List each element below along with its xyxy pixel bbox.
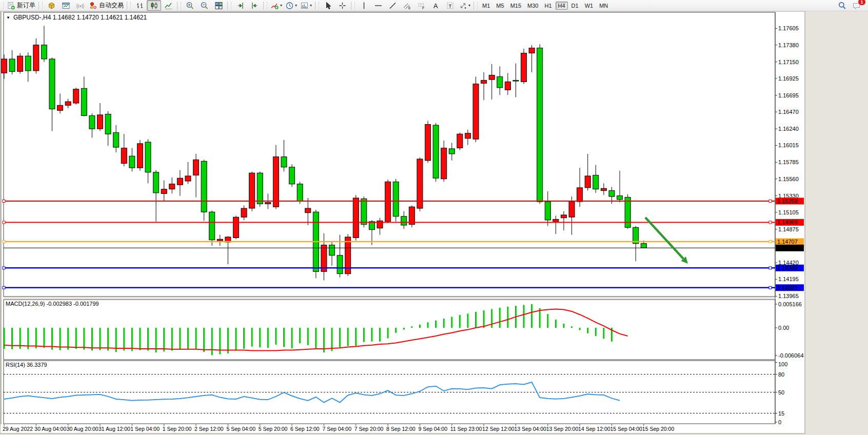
toolbar-drag-handle[interactable] <box>477 2 478 10</box>
timeframe-h1-button[interactable]: H1 <box>542 2 554 10</box>
candle-body <box>105 114 111 134</box>
candle-body <box>401 216 407 225</box>
candle-body <box>609 191 615 197</box>
line-handle[interactable] <box>769 267 772 269</box>
price-tick-label: 1.17605 <box>778 25 799 31</box>
auto-trading-button[interactable]: 自动交易 <box>87 0 125 11</box>
chat-button[interactable]: 1 <box>849 0 863 11</box>
line-chart-button[interactable] <box>161 0 175 11</box>
templates-button[interactable]: ▾ <box>299 0 313 11</box>
chart-shift-button[interactable] <box>247 0 262 11</box>
timeframe-h4-button[interactable]: H4 <box>556 2 568 10</box>
dropdown-arrow-icon[interactable]: ▾ <box>280 3 282 8</box>
timeframe-w1-button[interactable]: W1 <box>582 2 596 10</box>
text-label-button[interactable]: T <box>443 0 457 11</box>
toolbar-drag-handle[interactable] <box>230 2 232 10</box>
candle-body <box>529 48 535 53</box>
candle-body <box>65 102 71 105</box>
equidistant-channel-button[interactable]: E <box>400 0 414 11</box>
indicator-add-icon <box>270 2 279 10</box>
candle-body <box>281 157 287 167</box>
time-tick-label: 1 Sep 20:00 <box>163 426 192 432</box>
line-handle[interactable] <box>3 267 5 269</box>
line-handle[interactable] <box>3 200 5 203</box>
cursor-button[interactable] <box>321 0 335 11</box>
price-level-badge-label: 1.14081 <box>777 285 798 291</box>
svg-text:F: F <box>422 6 424 10</box>
new-order-button[interactable]: 新订单 <box>5 0 37 11</box>
timeframe-m1-button[interactable]: M1 <box>480 2 492 10</box>
arrows-button[interactable]: ▾ <box>457 0 472 11</box>
signals-button[interactable] <box>73 0 87 11</box>
dropdown-arrow-icon[interactable]: ▾ <box>310 3 312 8</box>
toolbar-drag-handle[interactable] <box>354 2 356 10</box>
timeframe-mn-button[interactable]: MN <box>597 2 610 10</box>
line-handle[interactable] <box>3 221 5 224</box>
line-handle[interactable] <box>3 241 5 243</box>
auto-scroll-button[interactable] <box>233 0 247 11</box>
horizontal-line-button[interactable] <box>371 0 385 11</box>
new-chart-button[interactable] <box>58 0 73 11</box>
candle-body <box>449 149 455 154</box>
candle-body <box>89 115 95 129</box>
price-tick-label: 1.16470 <box>778 109 799 115</box>
price-plot-area[interactable] <box>4 12 775 296</box>
horizontal-line-icon <box>374 2 383 10</box>
search-button[interactable] <box>835 0 849 11</box>
timeframe-m30-button[interactable]: M30 <box>525 2 541 10</box>
indicators-button[interactable]: ▾ <box>269 0 284 11</box>
price-tick-label: 1.16925 <box>778 75 799 82</box>
line-handle[interactable] <box>769 286 772 289</box>
toolbar-drag-handle[interactable] <box>266 2 268 10</box>
line-handle[interactable] <box>3 286 5 289</box>
timeframe-m5-button[interactable]: M5 <box>494 2 506 10</box>
price-tick-label: 1.15560 <box>778 176 799 182</box>
tile-windows-button[interactable] <box>211 0 226 11</box>
price-tick-label: 1.15785 <box>778 159 799 165</box>
dropdown-arrow-icon[interactable]: ▾ <box>295 3 297 8</box>
symbol-dropdown-icon[interactable]: ▼ <box>6 15 10 20</box>
time-tick-label: 13 Sep 20:00 <box>546 426 579 432</box>
toolbar-drag-handle[interactable] <box>180 2 182 10</box>
line-handle[interactable] <box>769 200 772 203</box>
text-icon: A <box>431 2 440 10</box>
panel-splitter[interactable] <box>4 297 775 299</box>
rsi-tick-label: 15 <box>778 410 784 417</box>
candle-body <box>209 212 215 240</box>
candle-body <box>641 244 646 248</box>
toolbar-drag-handle[interactable] <box>318 2 320 10</box>
candlestick-button[interactable] <box>147 0 161 11</box>
candle-body <box>185 176 191 181</box>
text-button[interactable]: A <box>428 0 443 11</box>
bar-chart-button[interactable] <box>132 0 147 11</box>
time-tick-label: 7 Sep 04:00 <box>322 426 351 432</box>
time-tick-label: 15 Sep 20:00 <box>642 426 675 432</box>
timeframe-m15-button[interactable]: M15 <box>508 2 524 10</box>
trend-line-button[interactable] <box>385 0 400 11</box>
price-tick-label: 1.15105 <box>778 209 799 215</box>
toolbar-drag-handle[interactable] <box>3 2 4 10</box>
text-label-icon: T <box>446 2 455 10</box>
toolbar-drag-handle[interactable] <box>42 2 43 10</box>
time-tick-label: 29 Aug 2022 <box>3 426 33 432</box>
time-axis[interactable]: 29 Aug 202230 Aug 04:0030 Aug 20:0031 Au… <box>3 424 674 432</box>
periods-button[interactable]: ▾ <box>284 0 299 11</box>
macd-plot-area[interactable] <box>4 300 775 360</box>
toolbar-drag-handle[interactable] <box>130 2 131 10</box>
zoom-in-button[interactable] <box>183 0 197 11</box>
notification-badge[interactable]: 1 <box>858 0 866 6</box>
candle-body <box>505 82 510 90</box>
candle-body <box>425 125 431 161</box>
line-handle[interactable] <box>769 241 772 243</box>
metaeditor-button[interactable] <box>44 0 58 11</box>
crosshair-button[interactable] <box>335 0 349 11</box>
line-handle[interactable] <box>769 221 772 224</box>
dropdown-arrow-icon[interactable]: ▾ <box>468 3 470 8</box>
price-level-badge-label: 1.15258 <box>777 198 798 204</box>
fibonacci-button[interactable]: F <box>414 0 428 11</box>
zoom-out-button[interactable] <box>197 0 211 11</box>
timeframe-d1-button[interactable]: D1 <box>569 2 581 10</box>
fibonacci-icon: F <box>417 2 426 10</box>
candle-body <box>433 125 439 178</box>
vertical-line-button[interactable] <box>357 0 371 11</box>
